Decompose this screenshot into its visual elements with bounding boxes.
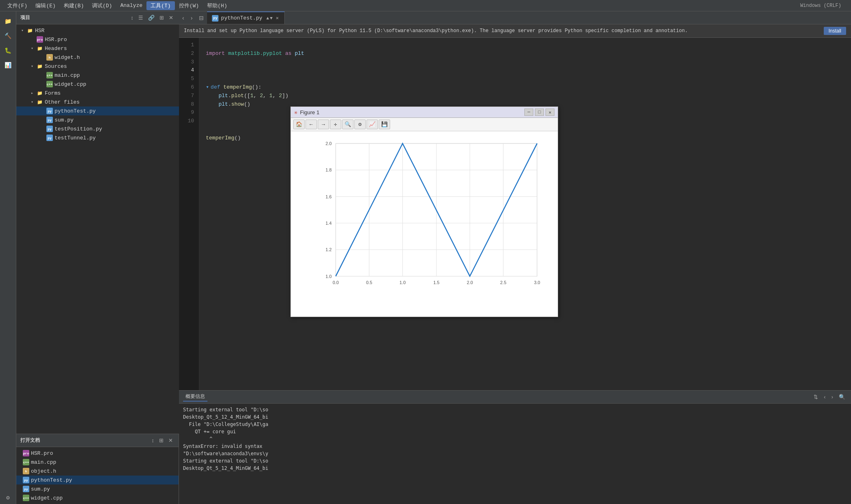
menu-edit[interactable]: 编辑(E) — [31, 1, 59, 10]
fig-settings-btn[interactable]: ⚙ — [354, 119, 366, 129]
menu-debug[interactable]: 调试(D) — [88, 1, 116, 10]
open-docs-add-btn[interactable]: ⊞ — [157, 437, 165, 444]
fig-save-btn[interactable]: 💾 — [379, 119, 390, 129]
windows-label: Windows (CRLF) — [800, 3, 848, 9]
install-button[interactable]: Install — [824, 27, 846, 35]
tree-label-widget-cpp: widget.cpp — [55, 81, 86, 87]
project-close-btn[interactable]: ✕ — [167, 14, 175, 22]
tree-item-main-cpp[interactable]: c++ main.cpp — [16, 71, 179, 80]
py-icon-pythontest: py — [46, 108, 53, 114]
tab-nav-back[interactable]: ‹ — [179, 11, 188, 24]
tree-item-testtunnel[interactable]: py testTunnel.py — [16, 133, 179, 142]
fig-forward-btn[interactable]: → — [318, 119, 329, 129]
output-search-btn[interactable]: 🔍 — [837, 393, 847, 401]
tree-arrow-sources: ▾ — [29, 63, 35, 69]
open-docs-close-btn[interactable]: ✕ — [167, 437, 175, 444]
fig-zoom-btn[interactable]: 🔍 — [342, 119, 353, 129]
output-content[interactable]: Starting external tool "D:\so Desktop_Qt… — [179, 404, 851, 504]
svg-text:1.0: 1.0 — [325, 274, 332, 279]
doc-item-pythontest[interactable]: py pythonTest.py — [16, 476, 179, 484]
tree-label-other-files: Other files — [45, 99, 80, 105]
tab-close-btn[interactable]: ✕ — [275, 15, 279, 21]
line-num-9: 9 — [179, 109, 199, 117]
tab-filename: pythonTest.py — [221, 15, 262, 21]
win-close-btn[interactable]: ✕ — [546, 109, 554, 116]
menu-controls[interactable]: 控件(W) — [175, 1, 203, 10]
menu-help[interactable]: 帮助(H) — [203, 1, 231, 10]
tree-label-hsr-pro: HSR.pro — [45, 37, 67, 43]
line-num-5: 5 — [179, 75, 199, 83]
output-sync-btn[interactable]: ⇅ — [812, 393, 820, 401]
win-minimize-btn[interactable]: ─ — [524, 109, 533, 116]
tab-arrow-up[interactable]: ▲ — [266, 16, 269, 21]
open-docs-sync-btn[interactable]: ↕ — [150, 437, 156, 444]
tab-arrow-down[interactable]: ▼ — [270, 16, 273, 21]
menu-tools[interactable]: 工具(T) — [146, 1, 175, 10]
win-maximize-btn[interactable]: □ — [535, 109, 544, 116]
tab-nav-forward[interactable]: › — [188, 11, 196, 24]
tree-arrow-headers: ▾ — [29, 46, 35, 51]
menu-build[interactable]: 构建(B) — [60, 1, 88, 10]
tree-item-pythontest[interactable]: py pythonTest.py — [16, 106, 179, 115]
sidebar-build-icon[interactable]: 🔨 — [2, 29, 15, 42]
doc-item-object-h[interactable]: h object.h — [16, 467, 179, 476]
output-prev-btn[interactable]: ‹ — [822, 393, 827, 401]
svg-text:1.8: 1.8 — [325, 167, 332, 172]
sidebar-git-icon[interactable]: 📊 — [2, 59, 15, 72]
cpp-icon-main: c++ — [46, 72, 53, 78]
tree-item-widget-h[interactable]: h widget.h — [16, 53, 179, 62]
line-num-2: 2 — [179, 50, 199, 58]
project-filter-btn[interactable]: ☰ — [137, 14, 145, 22]
tree-item-testposition[interactable]: py testPosition.py — [16, 124, 179, 133]
doc-label-hsr-pro: HSR.pro — [31, 450, 53, 456]
fig-edit-btn[interactable]: 📈 — [367, 119, 378, 129]
line-num-3: 3 — [179, 58, 199, 67]
tree-item-headers[interactable]: ▾ 📁 Headers — [16, 44, 179, 53]
sidebar-project-icon[interactable]: 📁 — [2, 15, 15, 28]
tree-item-hsr-pro[interactable]: pro HSR.pro — [16, 35, 179, 44]
cpp-icon-widget: c++ — [46, 81, 53, 87]
folder-icon-forms: 📁 — [37, 90, 43, 96]
figure-title-text: Figure 1 — [300, 109, 522, 115]
tab-bar: ‹ › ⊟ py pythonTest.py ▲ ▼ ✕ — [179, 11, 851, 24]
tree-item-widget-cpp[interactable]: c++ widget.cpp — [16, 80, 179, 89]
tree-item-sum-py[interactable]: py sum.py — [16, 115, 179, 124]
pro-icon-hsr: pro — [37, 36, 43, 43]
doc-item-hsr-pro[interactable]: pro HSR.pro — [16, 449, 179, 458]
project-link-btn[interactable]: 🔗 — [146, 14, 156, 22]
code-line-4: plt.plot([1, 2, 1, 2]) — [206, 93, 288, 99]
tree-arrow-forms: ▸ — [29, 90, 35, 96]
project-panel-toolbar: ↕ ☰ 🔗 ⊞ ✕ — [129, 14, 175, 22]
doc-item-sum-py[interactable]: py sum.py — [16, 484, 179, 493]
menu-file[interactable]: 文件(F) — [3, 1, 31, 10]
tree-label-pythontest: pythonTest.py — [55, 108, 96, 114]
open-docs-header: 打开文档 ↕ ⊞ ✕ — [16, 434, 179, 447]
fig-home-btn[interactable]: 🏠 — [293, 119, 305, 129]
project-add-btn[interactable]: ⊞ — [158, 14, 166, 22]
menu-analyze[interactable]: Analyze — [116, 2, 147, 9]
svg-text:0.0: 0.0 — [333, 280, 339, 285]
fig-back-btn[interactable]: ← — [305, 119, 317, 129]
sidebar-settings-icon[interactable]: ⚙ — [2, 491, 15, 504]
line-num-10: 10 — [179, 117, 199, 126]
bottom-toolbar: ⇅ ‹ › 🔍 — [812, 393, 847, 401]
folder-icon-other-files: 📁 — [37, 99, 43, 105]
tree-item-forms[interactable]: ▸ 📁 Forms — [16, 89, 179, 98]
doc-item-widget-cpp[interactable]: c++ widget.cpp — [16, 493, 179, 502]
output-next-btn[interactable]: › — [830, 393, 835, 401]
tab-pythontest[interactable]: py pythonTest.py ▲ ▼ ✕ — [207, 11, 285, 24]
tree-item-sources[interactable]: ▾ 📁 Sources — [16, 62, 179, 71]
tree-item-other-files[interactable]: ▾ 📁 Other files — [16, 98, 179, 106]
notification-text: Install and set up Python language serve… — [184, 28, 688, 34]
bottom-tab-summary[interactable]: 概要信息 — [183, 392, 207, 402]
tree-item-hsr[interactable]: ▾ 📁 HSR — [16, 26, 179, 35]
tab-nav-menu[interactable]: ⊟ — [196, 11, 207, 24]
project-sync-btn[interactable]: ↕ — [129, 14, 135, 22]
sidebar-debug-icon[interactable]: 🐛 — [2, 44, 15, 57]
fig-pan-btn[interactable]: ✛ — [330, 119, 341, 129]
code-line-3: ▾def temperImg(): — [206, 84, 262, 90]
doc-label-widget-cpp: widget.cpp — [31, 495, 63, 501]
doc-item-main-cpp[interactable]: c++ main.cpp — [16, 458, 179, 467]
output-line-10: Desktop_Qt_5_12_4_MinGW_64_bi — [183, 465, 847, 472]
py-icon-testtunnel: py — [46, 135, 53, 141]
